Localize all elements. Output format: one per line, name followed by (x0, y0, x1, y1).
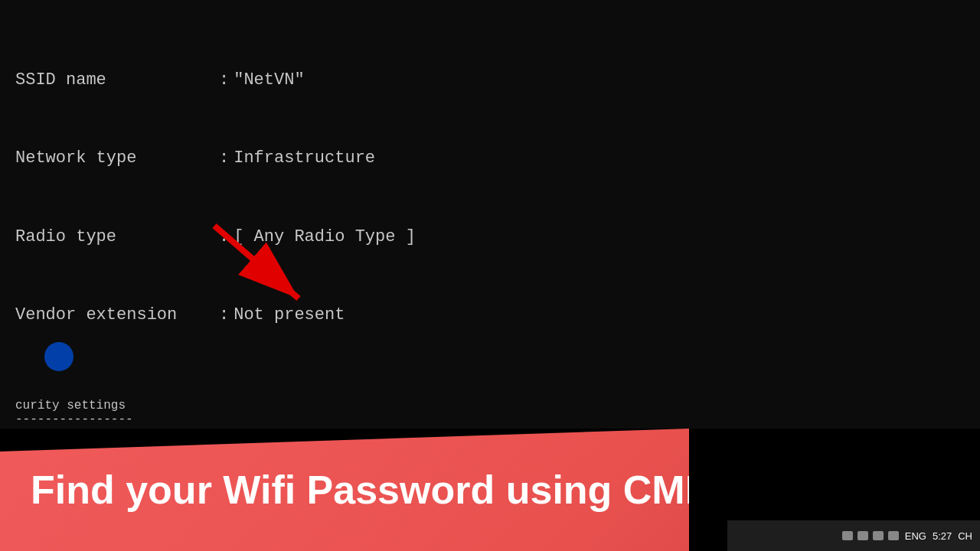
taskbar-system-icons (842, 531, 899, 540)
terminal-window: SSID name : "NetVN" Network type : Infra… (0, 0, 980, 429)
vendor-ext-colon: : (219, 302, 229, 328)
ssid-label: SSID name (15, 67, 214, 93)
network-type-row: Network type : Infrastructure (15, 145, 965, 171)
vendor-ext-value: Not present (234, 302, 345, 328)
network-type-colon: : (219, 145, 229, 171)
ssid-row: SSID name : "NetVN" (15, 67, 965, 93)
taskbar-lang-eng: ENG (905, 530, 926, 542)
taskbar-icon-4 (888, 531, 899, 540)
security-section-header: curity settings (15, 399, 965, 412)
section-divider: ---------------- (15, 412, 965, 426)
security-section: curity settings ---------------- (0, 388, 980, 426)
taskbar-lang-ch: CH (958, 530, 972, 542)
network-type-value: Infrastructure (234, 145, 375, 171)
ssid-colon: : (219, 67, 229, 93)
radio-type-colon: : (219, 224, 229, 250)
radio-type-label: Radio type (15, 224, 214, 250)
banner-text: Find your Wifi Password using CMD (31, 467, 714, 513)
terminal-content: SSID name : "NetVN" Network type : Infra… (0, 8, 980, 388)
taskbar-time: 5:27 (933, 530, 952, 542)
radio-type-row: Radio type : [ Any Radio Type ] (15, 224, 965, 250)
vendor-ext-label: Vendor extension (15, 302, 214, 328)
vendor-ext-row: Vendor extension : Not present (15, 302, 965, 328)
taskbar: ENG 5:27 CH (727, 520, 980, 551)
taskbar-icon-1 (842, 531, 853, 540)
radio-type-value: [ Any Radio Type ] (234, 224, 416, 250)
taskbar-icon-3 (873, 531, 884, 540)
taskbar-icon-2 (858, 531, 868, 540)
network-type-label: Network type (15, 145, 214, 171)
ssid-value: "NetVN" (234, 67, 304, 93)
